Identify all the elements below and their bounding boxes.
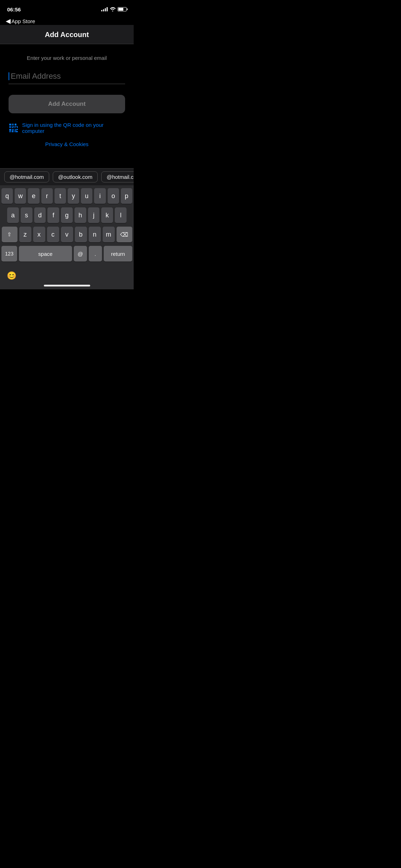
key-d[interactable]: d xyxy=(34,207,46,223)
keyboard-row-1: q w e r t y u i o p xyxy=(1,188,132,204)
svg-rect-18 xyxy=(16,126,16,127)
svg-rect-15 xyxy=(12,131,14,132)
key-f[interactable]: f xyxy=(47,207,59,223)
email-suggestions-bar: @hotmail.com @outlook.com @hotmail.co.u xyxy=(0,168,134,185)
suggestion-hotmail-co[interactable]: @hotmail.co.u xyxy=(101,171,134,182)
key-n[interactable]: n xyxy=(89,227,101,242)
subtitle-text: Enter your work or personal email xyxy=(9,55,125,61)
svg-rect-0 xyxy=(9,124,11,125)
add-account-button[interactable]: Add Account xyxy=(9,95,125,113)
svg-rect-10 xyxy=(9,131,10,132)
key-123[interactable]: 123 xyxy=(1,246,17,262)
svg-rect-7 xyxy=(13,126,14,127)
key-v[interactable]: v xyxy=(61,227,73,242)
keyboard-row-2: a s d f g h j k l xyxy=(1,207,132,223)
svg-rect-24 xyxy=(15,130,15,132)
back-chevron-icon: ◀ xyxy=(6,17,11,25)
key-g[interactable]: g xyxy=(61,207,73,223)
key-h[interactable]: h xyxy=(74,207,86,223)
key-q[interactable]: q xyxy=(1,188,13,204)
svg-rect-21 xyxy=(15,129,15,130)
wifi-icon xyxy=(110,7,115,11)
key-m[interactable]: m xyxy=(103,227,115,242)
svg-rect-4 xyxy=(12,124,12,125)
key-at[interactable]: @ xyxy=(74,246,87,262)
key-e[interactable]: e xyxy=(28,188,39,204)
page-title: Add Account xyxy=(6,31,128,39)
text-cursor xyxy=(9,72,9,80)
suggestion-hotmail[interactable]: @hotmail.com xyxy=(4,171,49,182)
key-z[interactable]: z xyxy=(19,227,31,242)
keyboard: q w e r t y u i o p a s d f g h j k l ⇧ … xyxy=(0,185,134,289)
svg-rect-14 xyxy=(12,130,13,131)
key-return[interactable]: return xyxy=(104,246,132,262)
svg-rect-5 xyxy=(13,124,14,125)
navigation-bar: Add Account xyxy=(0,25,134,44)
key-shift[interactable]: ⇧ xyxy=(2,227,17,242)
svg-rect-1 xyxy=(9,126,10,127)
signal-icon xyxy=(101,7,108,11)
key-backspace[interactable]: ⌫ xyxy=(117,227,132,242)
status-time: 06:56 xyxy=(7,6,21,12)
key-j[interactable]: j xyxy=(88,207,100,223)
key-r[interactable]: r xyxy=(41,188,53,204)
svg-rect-20 xyxy=(17,127,18,128)
svg-rect-17 xyxy=(15,126,15,128)
svg-rect-12 xyxy=(12,129,12,130)
main-content: Enter your work or personal email Email … xyxy=(0,44,134,154)
svg-rect-6 xyxy=(12,126,12,127)
key-i[interactable]: i xyxy=(94,188,106,204)
key-s[interactable]: s xyxy=(21,207,32,223)
keyboard-row-4: 123 space @ . return xyxy=(1,246,132,262)
key-p[interactable]: p xyxy=(121,188,132,204)
battery-icon xyxy=(118,7,127,11)
svg-rect-22 xyxy=(16,129,16,131)
key-u[interactable]: u xyxy=(81,188,92,204)
suggestion-outlook[interactable]: @outlook.com xyxy=(53,171,98,182)
key-w[interactable]: w xyxy=(15,188,26,204)
key-y[interactable]: y xyxy=(68,188,79,204)
key-b[interactable]: b xyxy=(75,227,87,242)
svg-rect-9 xyxy=(9,129,11,131)
svg-rect-2 xyxy=(10,126,11,127)
qr-code-icon xyxy=(9,123,19,133)
qr-signin-row[interactable]: Sign in using the QR code on your comput… xyxy=(9,122,125,134)
svg-rect-3 xyxy=(9,127,11,128)
emoji-button[interactable]: 😊 xyxy=(5,269,18,282)
key-space[interactable]: space xyxy=(19,246,72,262)
key-k[interactable]: k xyxy=(101,207,113,223)
key-o[interactable]: o xyxy=(108,188,119,204)
email-input-container[interactable]: Email Address xyxy=(9,72,125,84)
key-t[interactable]: t xyxy=(55,188,66,204)
key-period[interactable]: . xyxy=(89,246,102,262)
back-navigation[interactable]: ◀ App Store xyxy=(0,16,134,25)
home-indicator xyxy=(44,285,90,286)
back-label: App Store xyxy=(11,18,35,24)
privacy-link[interactable]: Privacy & Cookies xyxy=(9,141,125,147)
key-c[interactable]: c xyxy=(47,227,59,242)
email-placeholder: Email Address xyxy=(9,72,61,81)
status-bar: 06:56 xyxy=(0,0,134,16)
qr-signin-text: Sign in using the QR code on your comput… xyxy=(22,122,125,134)
svg-rect-19 xyxy=(17,126,18,127)
key-x[interactable]: x xyxy=(33,227,45,242)
svg-rect-16 xyxy=(15,124,16,125)
svg-rect-23 xyxy=(17,129,18,130)
svg-rect-8 xyxy=(12,127,14,128)
svg-rect-13 xyxy=(13,129,14,131)
key-a[interactable]: a xyxy=(7,207,19,223)
svg-rect-11 xyxy=(10,131,11,132)
keyboard-row-3: ⇧ z x c v b n m ⌫ xyxy=(1,227,132,242)
svg-rect-25 xyxy=(16,131,18,132)
key-l[interactable]: l xyxy=(115,207,127,223)
status-icons xyxy=(101,7,127,11)
